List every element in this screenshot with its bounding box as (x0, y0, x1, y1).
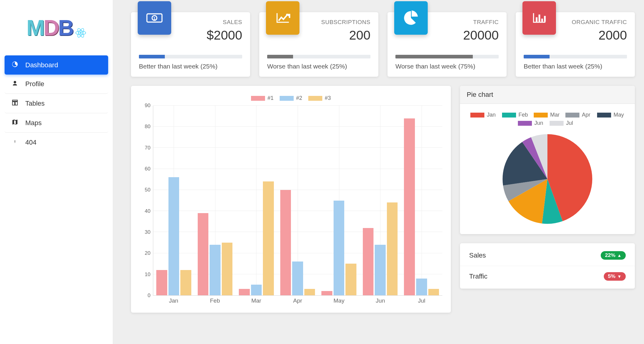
pie-legend-item[interactable]: Apr (565, 112, 593, 118)
bar[interactable] (387, 202, 398, 295)
profile-icon (11, 80, 19, 88)
stat-progress (139, 55, 242, 58)
svg-rect-4 (15, 140, 15, 142)
bar-group (360, 106, 401, 295)
sidebar-item-profile[interactable]: Profile (5, 75, 108, 94)
pie-legend-item[interactable]: Feb (502, 112, 529, 118)
bars-icon (522, 1, 556, 35)
pie-chart (500, 132, 595, 226)
bar[interactable] (428, 289, 439, 295)
stat-note: Worse than last week (25%) (267, 63, 370, 70)
stat-progress (267, 55, 370, 58)
bar-chart-card: #1#2#3 0102030405060708090 JanFebMarAprM… (131, 86, 451, 313)
sidebar-item-tables[interactable]: Tables (5, 94, 108, 113)
svg-point-0 (80, 32, 82, 34)
brand-text: MDB (27, 15, 73, 40)
bar[interactable] (251, 285, 262, 295)
metrics-list-card: Sales 22% ▲ Traffic 5% ▼ (460, 243, 635, 289)
bar[interactable] (210, 245, 221, 295)
bar[interactable] (416, 279, 427, 295)
pie-chart-card: Pie chart JanFebMarAprMayJunJul (460, 86, 635, 234)
bar[interactable] (280, 190, 291, 295)
y-tick: 80 (145, 124, 150, 130)
legend-label: #2 (296, 95, 302, 101)
svg-rect-11 (541, 19, 543, 22)
bar[interactable] (375, 245, 386, 295)
maps-icon (11, 119, 19, 127)
y-tick: 30 (145, 229, 150, 235)
pie-icon (394, 1, 428, 35)
bar-group (153, 106, 195, 295)
bar[interactable] (404, 118, 415, 295)
bar[interactable] (321, 291, 332, 295)
sidebar-item-dashboard[interactable]: Dashboard (5, 55, 108, 75)
stat-label: SUBSCRIPTIONS (304, 19, 370, 26)
sidebar-item-label: Tables (25, 100, 45, 107)
stat-card-sales: 1 SALES $2000 Better than last week (25%… (131, 12, 250, 77)
stat-note: Better than last week (25%) (524, 63, 627, 70)
legend-swatch (308, 96, 322, 101)
react-icon (75, 27, 86, 38)
legend-item[interactable]: #3 (308, 95, 331, 101)
y-tick: 60 (145, 166, 150, 172)
x-tick: Jan (153, 297, 194, 307)
svg-rect-10 (539, 15, 540, 22)
pie-legend-item[interactable]: May (597, 112, 625, 118)
bar[interactable] (180, 270, 191, 295)
bar[interactable] (363, 228, 374, 296)
stat-progress (524, 55, 627, 58)
metric-pct: 22% (605, 252, 615, 258)
legend-label: Feb (518, 112, 528, 118)
legend-item[interactable]: #2 (280, 95, 302, 101)
y-tick: 50 (145, 187, 150, 193)
legend-label: #1 (267, 95, 274, 101)
pie-legend-item[interactable]: Jul (550, 120, 577, 126)
legend-label: Jun (534, 120, 543, 126)
404-icon (11, 138, 19, 146)
bar[interactable] (198, 213, 209, 295)
bar[interactable] (263, 181, 274, 295)
bar[interactable] (334, 201, 345, 296)
y-tick: 20 (145, 250, 150, 256)
x-tick: Jul (401, 297, 442, 307)
stat-value: 2000 (560, 28, 627, 43)
stat-progress (395, 55, 499, 58)
sidebar-item-404[interactable]: 404 (5, 133, 108, 152)
legend-swatch (470, 113, 484, 118)
bar[interactable] (222, 243, 233, 295)
bar-group (236, 106, 277, 295)
bar[interactable] (156, 270, 167, 295)
pie-legend-item[interactable]: Mar (534, 112, 561, 118)
stat-value: $2000 (175, 28, 242, 43)
legend-swatch (502, 113, 516, 118)
legend-label: Apr (582, 112, 590, 118)
main-content: 1 SALES $2000 Better than last week (25%… (113, 0, 644, 344)
sidebar-item-label: Maps (25, 119, 42, 127)
stat-value: 20000 (432, 28, 499, 43)
brand-logo: MDB (5, 6, 108, 55)
metric-row-traffic[interactable]: Traffic 5% ▼ (460, 266, 635, 287)
metric-badge: 5% ▼ (604, 272, 626, 281)
stat-card-subscriptions: SUBSCRIPTIONS 200 Worse than last week (… (259, 12, 378, 77)
metric-label: Sales (469, 251, 486, 259)
metric-row-sales[interactable]: Sales 22% ▲ (460, 245, 635, 266)
pie-legend-item[interactable]: Jan (470, 112, 498, 118)
x-tick: Mar (235, 297, 277, 307)
bar[interactable] (345, 264, 356, 295)
svg-text:1: 1 (154, 16, 156, 21)
stat-label: ORGANIC TRAFFIC (560, 19, 627, 26)
bar-group (318, 106, 360, 295)
bar[interactable] (239, 289, 250, 295)
bar[interactable] (292, 262, 303, 295)
bar[interactable] (168, 177, 179, 295)
svg-rect-9 (536, 17, 538, 22)
y-tick: 90 (145, 103, 150, 109)
pie-chart-title: Pie chart (460, 86, 635, 104)
pie-legend-item[interactable]: Jun (518, 120, 545, 126)
legend-label: #3 (325, 95, 331, 101)
legend-item[interactable]: #1 (251, 95, 274, 101)
legend-label: May (614, 112, 624, 118)
stat-value: 200 (304, 28, 370, 43)
sidebar-item-maps[interactable]: Maps (5, 113, 108, 133)
bar[interactable] (304, 289, 315, 295)
